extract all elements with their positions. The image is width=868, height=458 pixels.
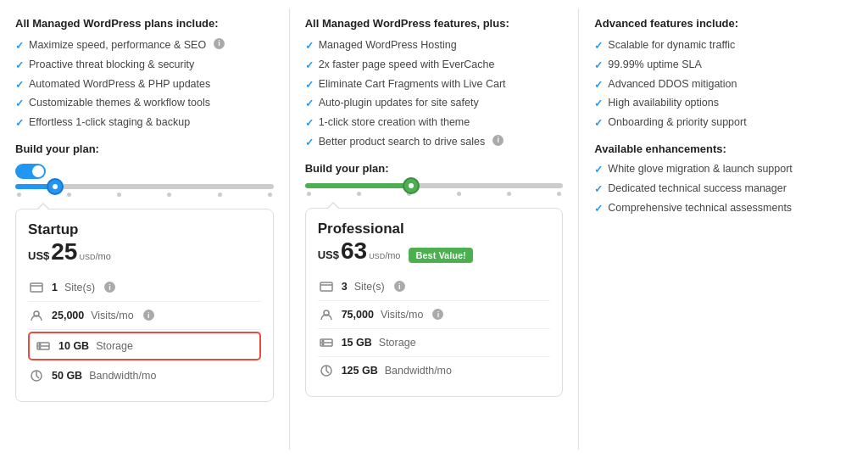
price-usd-mo: USD/mo <box>369 249 400 261</box>
visits-icon <box>318 306 335 323</box>
info-icon[interactable]: i <box>143 310 154 321</box>
feature-item: ✓Maximize speed, performance & SEOi <box>15 38 274 53</box>
info-icon[interactable]: i <box>492 135 504 146</box>
section-title: All Managed WordPress features, plus: <box>305 17 564 30</box>
svg-point-6 <box>39 347 41 349</box>
feature-value: 3 <box>342 281 348 293</box>
feature-label: Site(s) <box>64 282 95 293</box>
check-icon: ✓ <box>305 59 314 73</box>
slider-dot <box>167 193 171 197</box>
build-your-plan-label: Build your plan: <box>15 142 274 155</box>
feature-value: 75,000 <box>342 309 374 321</box>
feature-list: ✓Scalable for dynamic traffic✓99.99% upt… <box>594 38 853 131</box>
feature-text: Effortless 1-click staging & backup <box>29 115 190 131</box>
feature-item: ✓Auto-plugin updates for site safety <box>305 96 564 111</box>
check-icon: ✓ <box>594 97 603 111</box>
feature-label: Visits/mo <box>381 309 423 321</box>
section-title: Advanced features include: <box>594 17 853 30</box>
price-amount: 25 <box>51 240 77 264</box>
slider-dot <box>218 193 222 197</box>
feature-text: 99.99% uptime SLA <box>608 58 702 73</box>
enhancement-text: White glove migration & launch support <box>608 162 792 177</box>
toggle-container <box>15 164 274 179</box>
check-icon: ✓ <box>594 59 603 73</box>
feature-text: Managed WordPress Hosting <box>319 38 457 53</box>
price-currency: US$ <box>318 249 339 261</box>
slider-dots <box>305 192 564 196</box>
svg-rect-0 <box>31 283 42 292</box>
column-managed-wp: All Managed WordPress plans include:✓Max… <box>0 8 290 450</box>
info-icon[interactable]: i <box>394 281 405 292</box>
column-managed-wp-plus: All Managed WordPress features, plus:✓Ma… <box>290 8 580 450</box>
best-value-badge: Best Value! <box>409 248 472 263</box>
info-icon[interactable]: i <box>214 38 225 49</box>
slider-thumb[interactable] <box>403 177 420 194</box>
slider-dot <box>557 192 561 196</box>
feature-value: 15 GB <box>342 337 372 349</box>
feature-label: Site(s) <box>354 281 385 293</box>
plan-feature-item: 50 GB Bandwidth/mo <box>28 362 261 389</box>
feature-value: 1 <box>52 282 58 293</box>
plan-feature-item: 3 Site(s)i <box>318 273 551 301</box>
slider-thumb[interactable] <box>47 178 64 195</box>
column-advanced: Advanced features include:✓Scalable for … <box>579 8 868 450</box>
slider-dot <box>268 193 272 197</box>
plan-feature-item: 1 Site(s)i <box>28 274 261 302</box>
check-icon: ✓ <box>594 78 603 92</box>
feature-label: Storage <box>379 337 416 349</box>
enhancement-item: ✓White glove migration & launch support <box>594 162 853 177</box>
price-usd-label: USD <box>369 252 385 260</box>
feature-text: Onboarding & priority support <box>608 115 746 131</box>
feature-label: Storage <box>96 340 133 352</box>
price-mo-label: /mo <box>95 251 110 261</box>
check-icon: ✓ <box>15 59 24 73</box>
price-usd-mo: USD/mo <box>79 249 110 262</box>
enhancements-list: ✓White glove migration & launch support✓… <box>594 162 853 215</box>
slider-track[interactable] <box>15 184 274 189</box>
slider-container <box>15 164 274 197</box>
slider-track[interactable] <box>305 183 564 188</box>
feature-item: ✓2x faster page speed with EverCache <box>305 58 564 73</box>
slider-dot <box>17 193 21 197</box>
price-usd-label: USD <box>79 253 95 261</box>
feature-text: Advanced DDOS mitigation <box>608 77 737 92</box>
feature-text: Eliminate Cart Fragments with Live Cart <box>319 77 506 92</box>
feature-item: ✓Scalable for dynamic traffic <box>594 38 853 53</box>
plan-feature-list: 3 Site(s)i75,000 Visits/moi15 GB Storage… <box>318 273 551 384</box>
feature-item: ✓Better product search to drive salesi <box>305 135 564 150</box>
check-icon: ✓ <box>305 78 314 92</box>
toggle-switch[interactable] <box>15 164 46 179</box>
check-icon: ✓ <box>594 39 603 53</box>
feature-item: ✓Advanced DDOS mitigation <box>594 77 853 92</box>
feature-text: 1-click store creation with theme <box>319 115 470 131</box>
info-icon[interactable]: i <box>432 309 443 320</box>
slider-dot <box>117 193 121 197</box>
slider-container <box>305 183 564 196</box>
check-icon: ✓ <box>305 39 314 53</box>
price-mo-label: /mo <box>385 250 400 260</box>
feature-text: Auto-plugin updates for site safety <box>319 96 479 111</box>
feature-label: Bandwidth/mo <box>89 370 156 382</box>
feature-text: Better product search to drive sales <box>319 135 486 150</box>
feature-text: 2x faster page speed with EverCache <box>319 58 495 73</box>
feature-value: 25,000 <box>52 310 84 321</box>
info-icon[interactable]: i <box>104 282 115 293</box>
feature-text: Proactive threat blocking & security <box>29 58 194 73</box>
svg-point-14 <box>322 344 324 345</box>
feature-item: ✓High availability options <box>594 96 853 111</box>
check-icon: ✓ <box>594 163 603 177</box>
feature-item: ✓Customizable themes & workflow tools <box>15 96 274 111</box>
check-icon: ✓ <box>594 202 603 216</box>
check-icon: ✓ <box>15 97 24 111</box>
feature-item: ✓99.99% uptime SLA <box>594 58 853 73</box>
price-amount: 63 <box>341 239 367 263</box>
feature-value: 10 GB <box>58 340 89 352</box>
plan-price-row: US$63USD/moBest Value! <box>318 239 551 263</box>
check-icon: ✓ <box>305 116 314 131</box>
feature-value: 125 GB <box>342 365 378 377</box>
bandwidth-icon <box>28 367 45 384</box>
main-container: All Managed WordPress plans include:✓Max… <box>0 0 868 458</box>
feature-label: Bandwidth/mo <box>385 365 452 377</box>
storage-icon <box>35 338 52 355</box>
feature-text: Automated WordPress & PHP updates <box>29 77 210 92</box>
